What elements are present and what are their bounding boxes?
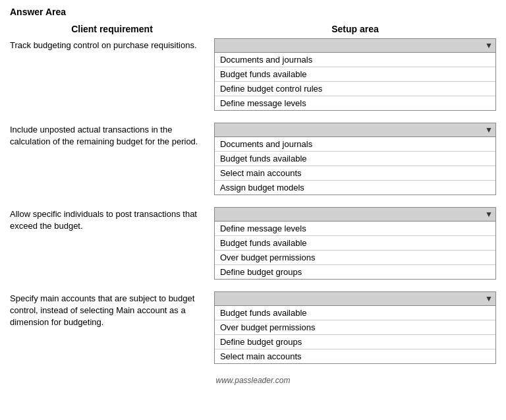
rows-container: Track budgeting control on purchase requ… — [10, 38, 496, 364]
row-3: Allow specific individuals to post trans… — [10, 207, 496, 280]
dropdown-option-1-4[interactable]: Define message levels — [215, 96, 495, 110]
dropdown-option-4-3[interactable]: Define budget groups — [215, 335, 495, 349]
row-2: Include unposted actual transactions in … — [10, 123, 496, 195]
dropdown-option-2-4[interactable]: Assign budget models — [215, 181, 495, 195]
client-text-1: Track budgeting control on purchase requ… — [10, 38, 214, 51]
dropdown-option-2-2[interactable]: Budget funds available — [215, 152, 495, 166]
dropdown-option-1-2[interactable]: Budget funds available — [215, 67, 495, 82]
dropdown-arrow-icon-2: ▼ — [485, 125, 493, 135]
dropdown-option-1-1[interactable]: Documents and journals — [215, 53, 495, 67]
setup-dropdown-1: ▼Documents and journalsBudget funds avai… — [214, 38, 496, 111]
dropdown-option-4-2[interactable]: Over budget permissions — [215, 320, 495, 335]
row-4: Specify main accounts that are subject t… — [10, 291, 496, 364]
dropdown-header-3[interactable]: ▼ — [214, 207, 496, 222]
dropdown-options-3: Define message levelsBudget funds availa… — [214, 222, 496, 280]
setup-dropdown-2: ▼Documents and journalsBudget funds avai… — [214, 123, 496, 195]
dropdown-option-3-3[interactable]: Over budget permissions — [215, 251, 495, 265]
client-text-3: Allow specific individuals to post trans… — [10, 207, 214, 232]
dropdown-option-3-1[interactable]: Define message levels — [215, 222, 495, 236]
client-requirement-header: Client requirement — [10, 24, 214, 34]
dropdown-option-2-3[interactable]: Select main accounts — [215, 166, 495, 181]
dropdown-options-4: Budget funds availableOver budget permis… — [214, 306, 496, 364]
dropdown-option-4-1[interactable]: Budget funds available — [215, 306, 495, 320]
dropdown-header-4[interactable]: ▼ — [214, 291, 496, 306]
setup-dropdown-4: ▼Budget funds availableOver budget permi… — [214, 291, 496, 364]
dropdown-arrow-icon-4: ▼ — [485, 294, 493, 303]
dropdown-options-1: Documents and journalsBudget funds avail… — [214, 53, 496, 111]
dropdown-option-3-2[interactable]: Budget funds available — [215, 236, 495, 251]
client-text-2: Include unposted actual transactions in … — [10, 123, 214, 148]
row-1: Track budgeting control on purchase requ… — [10, 38, 496, 111]
watermark: www.passleader.com — [10, 376, 496, 385]
dropdown-option-4-4[interactable]: Select main accounts — [215, 349, 495, 363]
dropdown-options-2: Documents and journalsBudget funds avail… — [214, 137, 496, 195]
setup-dropdown-3: ▼Define message levelsBudget funds avail… — [214, 207, 496, 280]
dropdown-arrow-icon-3: ▼ — [485, 210, 493, 219]
dropdown-arrow-icon-1: ▼ — [485, 41, 493, 50]
answer-area: Answer Area Client requirement Setup are… — [10, 7, 496, 385]
setup-area-header: Setup area — [214, 24, 496, 34]
dropdown-header-1[interactable]: ▼ — [214, 38, 496, 53]
page-title: Answer Area — [10, 7, 496, 17]
dropdown-option-3-4[interactable]: Define budget groups — [215, 265, 495, 279]
dropdown-option-1-3[interactable]: Define budget control rules — [215, 82, 495, 96]
dropdown-header-2[interactable]: ▼ — [214, 123, 496, 137]
client-text-4: Specify main accounts that are subject t… — [10, 291, 214, 329]
dropdown-option-2-1[interactable]: Documents and journals — [215, 137, 495, 152]
